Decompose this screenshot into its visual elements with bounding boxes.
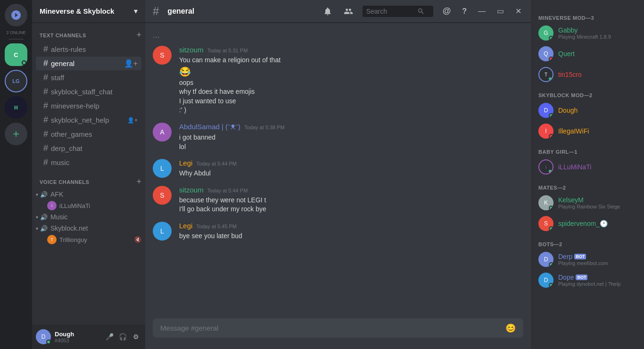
- message-author: AbdulSamad | (ᵔᴥᵔ): [179, 123, 240, 131]
- microphone-icon[interactable]: 🎤: [104, 331, 115, 342]
- add-voice-channel-icon[interactable]: +: [136, 177, 141, 187]
- message-content: Legi Today at 5:44 PM Why Abdul: [179, 159, 523, 178]
- member-illegalwifi[interactable]: I IllegaIWiFi: [535, 121, 640, 141]
- message-input[interactable]: [160, 318, 505, 338]
- add-member-icon[interactable]: 👤+: [124, 59, 138, 68]
- chat-input-box: 😊: [153, 318, 523, 338]
- message-text: because they were not LEGI t: [179, 196, 523, 205]
- member-name: Dough: [558, 107, 636, 114]
- members-icon[interactable]: [342, 5, 355, 18]
- member-avatar: D: [538, 273, 553, 288]
- add-member-icon2[interactable]: 👤+: [127, 117, 138, 124]
- message-timestamp: Today at 5:44 PM: [196, 161, 237, 166]
- collapse-arrow: ▾: [36, 226, 38, 231]
- member-dope[interactable]: D Dope BOT Playing dynobot.net | ?help: [535, 270, 640, 291]
- server-name-bar[interactable]: Mineverse & Skyblock ▾: [32, 0, 145, 23]
- channel-mineverse-help[interactable]: # mineverse-help: [36, 99, 141, 113]
- text-channels-header[interactable]: TEXT CHANNELS +: [32, 30, 145, 42]
- member-info: IllegaIWiFi: [558, 127, 636, 135]
- status-dot: [549, 113, 553, 118]
- member-quert[interactable]: Q Quert: [535, 43, 640, 64]
- member-dough[interactable]: D Dough: [535, 100, 640, 121]
- message-content: sitzoum Today at 5:31 PM You can make a …: [179, 46, 523, 115]
- message-text: bye see you later bud: [179, 232, 523, 241]
- server-menu-icon[interactable]: ▾: [134, 7, 138, 16]
- message-text: You can make a religion out of that: [179, 56, 523, 65]
- status-dot: [549, 134, 553, 139]
- message-author: sitzoum: [179, 186, 204, 194]
- status-dot: [549, 57, 553, 61]
- at-icon[interactable]: @: [441, 4, 453, 18]
- member-derp[interactable]: D Derp BOT Playing mee6bot.com: [535, 249, 640, 270]
- avatar[interactable]: A: [153, 123, 172, 141]
- message-header: sitzoum Today at 5:44 PM: [179, 186, 523, 194]
- message-content: AbdulSamad | (ᵔᴥᵔ) Today at 5:38 PM i go…: [179, 123, 523, 151]
- message-group: S sitzoum Today at 5:44 PM because they …: [145, 184, 531, 216]
- dm-icon[interactable]: [5, 4, 27, 26]
- status-dot: [549, 36, 553, 41]
- hash-icon: #: [43, 129, 48, 139]
- server-icon-craft[interactable]: C: [5, 43, 27, 66]
- message-group: S sitzoum Today at 5:31 PM You can make …: [145, 44, 531, 117]
- minimize-icon[interactable]: —: [476, 5, 487, 17]
- channel-other-games[interactable]: # other_games: [36, 127, 141, 141]
- member-info: Quert: [558, 50, 636, 58]
- member-illuminati[interactable]: i iLLuMiNaTi: [535, 157, 640, 177]
- message-text: i got banned: [179, 133, 523, 142]
- member-tin15cro[interactable]: T tin15cro: [535, 64, 640, 85]
- member-name: Derp BOT: [558, 253, 636, 260]
- server-icon-mine[interactable]: M: [5, 96, 27, 119]
- search-input[interactable]: [366, 8, 413, 15]
- channel-name-header: general: [167, 7, 194, 16]
- close-icon[interactable]: ✕: [513, 5, 523, 17]
- member-gabby[interactable]: G Gabby Playing Minecraft 1.8.9: [535, 23, 640, 43]
- voice-user-avatar: i: [47, 201, 57, 210]
- channel-alerts-rules[interactable]: # alerts-rules: [36, 42, 141, 56]
- section-bots: BOTS—2: [535, 238, 640, 249]
- notification-icon[interactable]: [321, 5, 334, 18]
- search-icon: [417, 8, 425, 15]
- channel-derp-chat[interactable]: # derp_chat: [36, 141, 141, 155]
- voice-channels-header[interactable]: VOICE CHANNELS +: [32, 177, 145, 189]
- voice-channel-skyblock[interactable]: ▾ 🔊 Skyblock.net: [32, 223, 145, 234]
- search-box[interactable]: [363, 6, 433, 17]
- voice-channel-afk[interactable]: ▾ 🔊 AFK: [32, 189, 145, 200]
- channel-skyblock-staff-chat[interactable]: # skyblock_staff_chat: [36, 85, 141, 99]
- voice-user-illuminati[interactable]: i iLLuMiNaTi: [32, 200, 145, 211]
- message-text: oops: [179, 78, 523, 88]
- settings-icon[interactable]: ⚙: [130, 331, 141, 342]
- message-group: A AbdulSamad | (ᵔᴥᵔ) Today at 5:38 PM i …: [145, 121, 531, 153]
- member-kelseym[interactable]: K KelseyM Playing Rainbow Six Siege: [535, 192, 640, 213]
- avatar[interactable]: S: [153, 186, 172, 205]
- avatar[interactable]: S: [153, 46, 172, 65]
- hash-icon: #: [43, 101, 48, 111]
- help-icon[interactable]: ?: [460, 5, 469, 17]
- server-sidebar: 2 ONLINE C LG M +: [0, 0, 32, 349]
- bot-badge: BOT: [576, 274, 587, 280]
- channel-staff[interactable]: # staff: [36, 71, 141, 84]
- emoji-button[interactable]: 😊: [505, 323, 516, 333]
- discriminator: #4053: [55, 338, 100, 343]
- message-header: sitzoum Today at 5:31 PM: [179, 46, 523, 54]
- member-info: Derp BOT Playing mee6bot.com: [558, 253, 636, 266]
- channel-music[interactable]: # music: [36, 156, 141, 169]
- headset-icon[interactable]: 🎧: [117, 331, 128, 342]
- channel-skyblock-net-help[interactable]: # skyblock_net_help 👤+: [36, 113, 141, 127]
- avatar[interactable]: L: [153, 222, 172, 241]
- maximize-icon[interactable]: ▭: [495, 5, 506, 17]
- text-channels-label: TEXT CHANNELS: [40, 33, 86, 38]
- avatar[interactable]: L: [153, 159, 172, 178]
- member-name: Quert: [558, 50, 636, 58]
- add-server-button[interactable]: +: [5, 123, 27, 145]
- voice-channel-music[interactable]: ▾ 🔊 Music: [32, 211, 145, 223]
- member-spidervenom[interactable]: S spidervenom_🕐: [535, 213, 640, 234]
- user-panel: D Dough #4053 🎤 🎧 ⚙: [32, 324, 145, 349]
- voice-user-trillionguy[interactable]: T Trillionguy 🔇: [32, 234, 145, 245]
- member-avatar: I: [538, 124, 553, 139]
- message-text: Why Abdul: [179, 169, 523, 178]
- member-avatar: K: [538, 195, 553, 210]
- channel-general[interactable]: # general 👤+: [36, 57, 141, 70]
- server-icon-lg[interactable]: LG: [5, 70, 27, 92]
- add-channel-icon[interactable]: +: [136, 30, 141, 40]
- member-info: Dope BOT Playing dynobot.net | ?help: [558, 274, 636, 287]
